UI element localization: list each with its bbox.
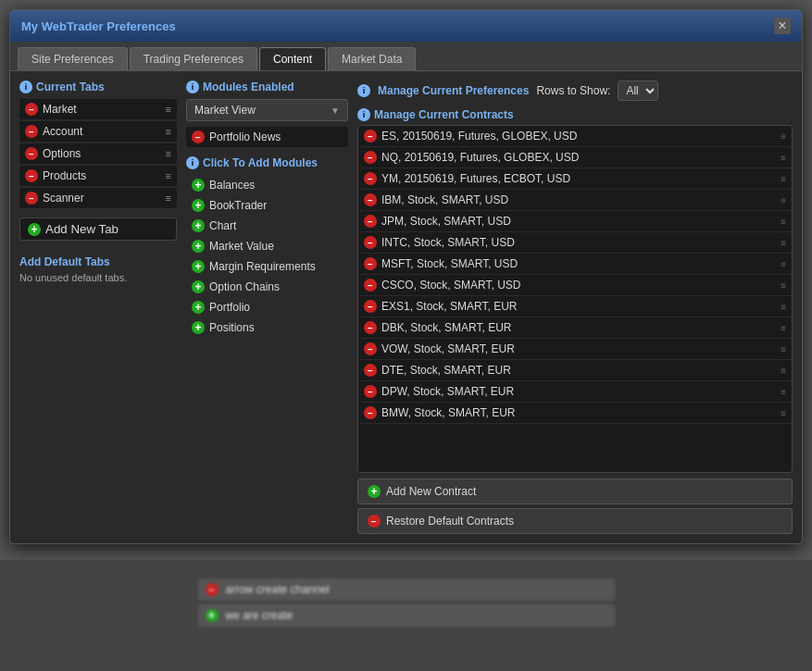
tab-item-account[interactable]: − Account ≡ [19, 121, 177, 142]
drag-contract-10-icon[interactable]: ≡ [781, 344, 786, 354]
remove-account-icon[interactable]: − [25, 125, 38, 138]
remove-contract-3-icon[interactable]: − [364, 193, 377, 206]
remove-contract-8-icon[interactable]: − [364, 300, 377, 313]
table-row[interactable]: − YM, 20150619, Futures, ECBOT, USD ≡ [358, 168, 792, 190]
table-row[interactable]: − DPW, Stock, SMART, EUR ≡ [358, 381, 792, 403]
table-row[interactable]: − CSCO, Stock, SMART, USD ≡ [358, 275, 792, 296]
contract-3-label: IBM, Stock, SMART, USD [381, 193, 508, 206]
table-row[interactable]: − JPM, Stock, SMART, USD ≡ [358, 211, 792, 232]
table-row[interactable]: − NQ, 20150619, Futures, GLOBEX, USD ≡ [358, 147, 792, 168]
drag-scanner-icon[interactable]: ≡ [166, 193, 171, 204]
add-market-value[interactable]: + Market Value [186, 236, 348, 256]
drag-options-icon[interactable]: ≡ [166, 148, 171, 159]
add-chart-icon: + [192, 219, 205, 232]
remove-market-icon[interactable]: − [25, 103, 38, 116]
drag-contract-7-icon[interactable]: ≡ [781, 280, 786, 291]
table-row[interactable]: − DTE, Stock, SMART, EUR ≡ [358, 360, 792, 381]
drag-contract-13-icon[interactable]: ≡ [781, 408, 786, 418]
tab-item-products[interactable]: − Products ≡ [19, 166, 177, 186]
add-new-tab-button[interactable]: + Add New Tab [19, 217, 177, 241]
drag-contract-4-icon[interactable]: ≡ [781, 217, 786, 227]
module-dropdown[interactable]: Market View ▼ [186, 99, 348, 121]
bottom-add-icon-2: + [206, 609, 219, 622]
remove-contract-10-icon[interactable]: − [364, 342, 377, 355]
dropdown-arrow-icon: ▼ [331, 106, 340, 116]
tab-content[interactable]: Content [259, 47, 326, 70]
tab-item-options[interactable]: − Options ≡ [19, 143, 177, 164]
drag-contract-0-icon[interactable]: ≡ [781, 131, 786, 142]
contract-2-label: YM, 20150619, Futures, ECBOT, USD [381, 172, 570, 185]
bottom-area: − arrow create channel + we are create [0, 560, 812, 671]
add-balances-label: Balances [209, 179, 255, 192]
remove-options-icon[interactable]: − [25, 147, 38, 160]
left-panel: i Current Tabs − Market ≡ − Account ≡ [19, 81, 177, 534]
add-margin-icon: + [192, 260, 205, 273]
restore-icon: − [368, 515, 381, 528]
default-tabs-title: Add Default Tabs [19, 255, 177, 268]
add-portfolio[interactable]: + Portfolio [186, 297, 348, 317]
remove-contract-13-icon[interactable]: − [364, 406, 377, 419]
click-to-add-label: Click To Add Modules [203, 156, 318, 169]
remove-contract-11-icon[interactable]: − [364, 364, 377, 377]
remove-contract-0-icon[interactable]: − [364, 130, 377, 143]
drag-contract-8-icon[interactable]: ≡ [781, 302, 786, 312]
drag-contract-3-icon[interactable]: ≡ [781, 195, 786, 205]
tab-site-preferences[interactable]: Site Preferences [18, 47, 128, 70]
drag-market-icon[interactable]: ≡ [166, 104, 171, 115]
module-portfolio-news[interactable]: − Portfolio News [186, 127, 348, 147]
remove-contract-5-icon[interactable]: − [364, 236, 377, 249]
contracts-list[interactable]: − ES, 20150619, Futures, GLOBEX, USD ≡ −… [357, 125, 793, 473]
table-row[interactable]: − INTC, Stock, SMART, USD ≡ [358, 232, 792, 254]
remove-products-icon[interactable]: − [25, 169, 38, 182]
tab-item-products-label: Products [43, 169, 86, 182]
rows-select[interactable]: All 5 10 20 [618, 81, 658, 101]
info-icon-current-tabs: i [19, 81, 32, 93]
table-row[interactable]: − IBM, Stock, SMART, USD ≡ [358, 190, 792, 211]
add-margin-label: Margin Requirements [209, 260, 316, 273]
drag-contract-5-icon[interactable]: ≡ [781, 238, 786, 248]
add-tab-label: Add New Tab [45, 222, 119, 236]
add-balances[interactable]: + Balances [186, 175, 348, 195]
drag-contract-9-icon[interactable]: ≡ [781, 323, 786, 333]
add-positions-icon: + [192, 321, 205, 334]
table-row[interactable]: − DBK, Stock, SMART, EUR ≡ [358, 317, 792, 339]
remove-contract-1-icon[interactable]: − [364, 151, 377, 164]
drag-products-icon[interactable]: ≡ [166, 170, 171, 181]
table-row[interactable]: − VOW, Stock, SMART, EUR ≡ [358, 339, 792, 360]
drag-contract-12-icon[interactable]: ≡ [781, 387, 786, 397]
remove-contract-9-icon[interactable]: − [364, 321, 377, 334]
drag-contract-2-icon[interactable]: ≡ [781, 174, 786, 184]
right-panel: i Manage Current Preferences Rows to Sho… [357, 81, 793, 534]
table-row[interactable]: − BMW, Stock, SMART, EUR ≡ [358, 403, 792, 424]
add-new-contract-button[interactable]: + Add New Contract [357, 478, 793, 504]
table-row[interactable]: − EXS1, Stock, SMART, EUR ≡ [358, 296, 792, 317]
add-option-chains[interactable]: + Option Chains [186, 277, 348, 297]
tab-trading-preferences[interactable]: Trading Preferences [130, 47, 257, 70]
drag-contract-1-icon[interactable]: ≡ [781, 153, 786, 163]
remove-contract-2-icon[interactable]: − [364, 172, 377, 185]
drag-account-icon[interactable]: ≡ [166, 126, 171, 137]
tab-item-scanner[interactable]: − Scanner ≡ [19, 188, 177, 208]
drag-contract-6-icon[interactable]: ≡ [781, 259, 786, 269]
drag-contract-11-icon[interactable]: ≡ [781, 366, 786, 376]
add-chart[interactable]: + Chart [186, 216, 348, 236]
remove-contract-7-icon[interactable]: − [364, 279, 377, 292]
remove-contract-12-icon[interactable]: − [364, 385, 377, 398]
remove-scanner-icon[interactable]: − [25, 192, 38, 205]
close-button[interactable]: × [774, 18, 791, 34]
add-margin-requirements[interactable]: + Margin Requirements [186, 256, 348, 277]
tab-market-data[interactable]: Market Data [328, 47, 416, 70]
content-area: i Current Tabs − Market ≡ − Account ≡ [10, 71, 802, 543]
tab-item-market[interactable]: − Market ≡ [19, 99, 177, 119]
remove-portfolio-news-icon[interactable]: − [192, 130, 205, 143]
add-booktrader[interactable]: + BookTrader [186, 195, 348, 216]
remove-contract-4-icon[interactable]: − [364, 215, 377, 228]
table-row[interactable]: − ES, 20150619, Futures, GLOBEX, USD ≡ [358, 126, 792, 147]
remove-contract-6-icon[interactable]: − [364, 257, 377, 270]
add-positions-label: Positions [209, 321, 255, 334]
add-positions[interactable]: + Positions [186, 317, 348, 338]
table-row[interactable]: − MSFT, Stock, SMART, USD ≡ [358, 254, 792, 275]
restore-label: Restore Default Contracts [386, 515, 514, 528]
restore-default-contracts-button[interactable]: − Restore Default Contracts [357, 508, 793, 534]
add-balances-icon: + [192, 179, 205, 192]
